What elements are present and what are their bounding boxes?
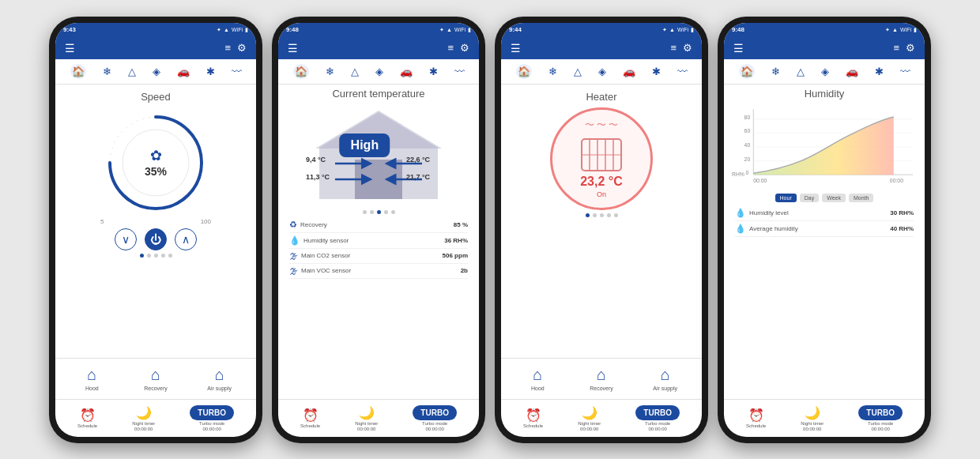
hour-button[interactable]: Hour xyxy=(775,194,797,202)
nav-list-icon-humidity[interactable]: ≡ xyxy=(893,42,899,54)
speed-main-content: Speed ✿ xyxy=(55,85,256,358)
car-icon-heater[interactable]: 🚗 xyxy=(623,66,635,77)
bt-icon-humidity: ✦ xyxy=(885,27,890,33)
star-icon-humidity[interactable]: ✱ xyxy=(875,66,884,77)
car-icon-humidity[interactable]: 🚗 xyxy=(846,66,858,77)
alert-icon-temp[interactable]: △ xyxy=(351,66,359,77)
filter-icon-humidity[interactable]: ◈ xyxy=(821,66,829,77)
alert-icon[interactable]: △ xyxy=(128,66,136,77)
schedule-icon-humidity: ⏰ xyxy=(748,408,764,423)
signal-icon: ▲ xyxy=(224,27,229,32)
status-bar-speed: 9:43 ✦ ▲ WiFi ▮ xyxy=(55,23,256,37)
nav-recovery[interactable]: ⌂ Recovery xyxy=(124,366,188,391)
filter-icon[interactable]: ◈ xyxy=(153,66,160,77)
filter-icon-heater[interactable]: ◈ xyxy=(598,66,606,77)
home-icon-temp[interactable]: 🏠 xyxy=(293,64,309,79)
snowflake-icon-humidity[interactable]: ❄ xyxy=(771,66,780,77)
turbo-button-humidity[interactable]: TURBO xyxy=(858,405,903,420)
home-icon[interactable]: 🏠 xyxy=(70,64,86,79)
nav-list-icon-temp[interactable]: ≡ xyxy=(447,42,454,54)
day-button[interactable]: Day xyxy=(800,194,819,202)
wave-icon-humidity[interactable]: 〰 xyxy=(900,66,910,77)
night-timer-action-temp[interactable]: 🌙 Night timer 00:00:00 xyxy=(355,405,378,431)
turbo-time-humidity: 00:00:00 xyxy=(871,427,889,431)
bottom-actions-humidity: ⏰ Schedule 🌙 Night timer 00:00:00 TURBO … xyxy=(724,399,925,437)
turbo-button-heater[interactable]: TURBO xyxy=(635,405,680,420)
night-timer-icon: 🌙 xyxy=(136,405,152,420)
menu-icon-humidity[interactable]: ☰ xyxy=(733,42,744,55)
car-icon-temp[interactable]: 🚗 xyxy=(400,66,413,77)
nav-list-icon-heater[interactable]: ≡ xyxy=(670,42,677,54)
menu-icon-heater[interactable]: ☰ xyxy=(511,42,521,55)
filter-icon-temp[interactable]: ◈ xyxy=(375,66,383,77)
nav-hood-heater[interactable]: ⌂ Hood xyxy=(506,366,570,391)
turbo-action-humidity[interactable]: TURBO Turbo mode 00:00:00 xyxy=(858,405,903,431)
schedule-action[interactable]: ⏰ Schedule xyxy=(77,408,97,428)
nav-list-icon[interactable]: ≡ xyxy=(224,42,231,54)
humidity-level-left: 💧 Humidity level xyxy=(735,208,789,218)
home-icon-heater[interactable]: 🏠 xyxy=(516,64,532,79)
turbo-time-heater: 00:00:00 xyxy=(648,427,666,431)
phone-temperature: 9:48 ✦ ▲ WiFi ▮ ☰ ≡ ⚙ 🏠 ❄ △ ◈ xyxy=(272,17,485,443)
star-icon-heater[interactable]: ✱ xyxy=(652,66,661,77)
nav-settings-icon-temp[interactable]: ⚙ xyxy=(460,42,469,54)
menu-icon-temp[interactable]: ☰ xyxy=(288,42,298,55)
speed-labels: 5 100 xyxy=(100,218,211,225)
night-timer-action-heater[interactable]: 🌙 Night timer 00:00:00 xyxy=(578,405,601,431)
schedule-label-temp: Schedule xyxy=(300,423,320,428)
svg-text:20: 20 xyxy=(744,156,751,161)
wave-icon-heater[interactable]: 〰 xyxy=(677,66,688,77)
wave-icon-temp[interactable]: 〰 xyxy=(454,66,465,77)
month-button[interactable]: Month xyxy=(849,194,873,202)
turbo-button-temp[interactable]: TURBO xyxy=(413,405,457,420)
nav-settings-icon[interactable]: ⚙ xyxy=(237,42,247,54)
sensor-recovery-value: 85 % xyxy=(454,221,468,228)
nav-hood[interactable]: ⌂ Hood xyxy=(60,366,124,391)
turbo-button[interactable]: TURBO xyxy=(190,405,234,420)
alert-icon-humidity[interactable]: △ xyxy=(797,66,805,77)
menu-icon-speed[interactable]: ☰ xyxy=(65,42,75,55)
turbo-action[interactable]: TURBO Turbo mode 00:00:00 xyxy=(190,405,234,431)
schedule-action-temp[interactable]: ⏰ Schedule xyxy=(300,408,320,428)
alert-icon-heater[interactable]: △ xyxy=(574,66,582,77)
turbo-action-heater[interactable]: TURBO Turbo mode 00:00:00 xyxy=(635,405,680,431)
nav-bar-speed: ☰ ≡ ⚙ xyxy=(55,37,256,59)
schedule-action-humidity[interactable]: ⏰ Schedule xyxy=(746,408,766,428)
snowflake-icon-heater[interactable]: ❄ xyxy=(548,66,557,77)
nav-air-supply[interactable]: ⌂ Air supply xyxy=(187,366,251,391)
schedule-action-heater[interactable]: ⏰ Schedule xyxy=(523,408,543,428)
radiator-svg xyxy=(578,135,625,175)
sensor-co2-left: 🌫 Main CO2 sensor xyxy=(289,251,350,261)
air-supply-icon: ⌂ xyxy=(215,366,224,384)
heater-dot-2 xyxy=(593,213,597,217)
speed-down-button[interactable]: ∨ xyxy=(115,228,137,250)
car-icon[interactable]: 🚗 xyxy=(177,66,190,77)
nav-bar-heater: ☰ ≡ ⚙ xyxy=(501,37,702,59)
speed-up-button[interactable]: ∧ xyxy=(175,228,197,250)
night-timer-action[interactable]: 🌙 Night timer 00:00:00 xyxy=(132,405,155,431)
turbo-action-temp[interactable]: TURBO Turbo mode 00:00:00 xyxy=(413,405,457,431)
nav-settings-icon-humidity[interactable]: ⚙ xyxy=(906,42,915,54)
status-icons-heater: ✦ ▲ WiFi ▮ xyxy=(662,27,694,33)
phones-container: 9:43 ✦ ▲ WiFi ▮ ☰ ≡ ⚙ 🏠 ❄ △ xyxy=(49,17,931,443)
sig-icon-temp: ▲ xyxy=(447,27,452,32)
nav-air-supply-heater[interactable]: ⌂ Air supply xyxy=(633,366,697,391)
nav-settings-icon-heater[interactable]: ⚙ xyxy=(683,42,692,54)
speed-value: 35% xyxy=(145,165,167,178)
humidity-chart-svg: RH% 0 20 40 60 80 00:00 00:00 xyxy=(732,104,917,191)
star-icon[interactable]: ✱ xyxy=(206,66,215,77)
schedule-label: Schedule xyxy=(77,423,97,428)
svg-text:0: 0 xyxy=(746,170,749,175)
home-icon-humidity[interactable]: 🏠 xyxy=(739,64,755,79)
wave-icon[interactable]: 〰 xyxy=(232,66,242,77)
speed-power-button[interactable]: ⏻ xyxy=(145,228,167,250)
snowflake-icon[interactable]: ❄ xyxy=(103,66,111,77)
status-time-speed: 9:43 xyxy=(63,26,76,33)
star-icon-temp[interactable]: ✱ xyxy=(429,66,438,77)
nav-recovery-heater[interactable]: ⌂ Recovery xyxy=(570,366,634,391)
snowflake-icon-temp[interactable]: ❄ xyxy=(326,66,334,77)
svg-text:00:00: 00:00 xyxy=(753,177,767,182)
speed-max-label: 100 xyxy=(201,218,211,225)
night-timer-action-humidity[interactable]: 🌙 Night timer 00:00:00 xyxy=(801,405,824,431)
week-button[interactable]: Week xyxy=(822,194,846,202)
